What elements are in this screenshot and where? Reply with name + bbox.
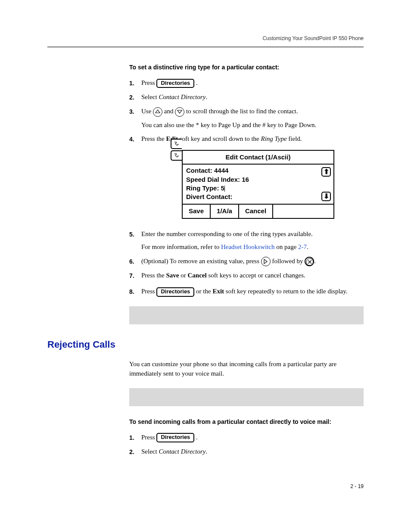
nav-right-icon [261,257,271,266]
step-text: Enter the number corresponding to one of… [141,230,313,237]
step-subtext: You can also use the * key to Page Up an… [141,120,364,130]
cancel-softkey-ref: Cancel [188,272,207,279]
step-text: Select [141,93,159,100]
lcd-line-tabs [171,139,182,162]
lcd-ring-type-line: Ring Type: 5 [186,184,319,193]
page-ref-link[interactable]: 2-7 [298,243,307,250]
step-number: 5. [129,229,141,239]
save-softkey-ref: Save [166,272,179,279]
lcd-divert-line: Divert Contact: [186,193,319,201]
step-number: 8. [129,286,141,296]
contact-directory-label: Contact Directory [159,93,206,100]
step-text: Select [141,448,159,455]
lcd-contact-line: Contact: 4444 [186,166,319,175]
step-text: . [196,434,198,441]
step-number: 1. [129,78,141,88]
step-text: and [164,108,175,115]
running-header: Customizing Your SoundPoint IP 550 Phone [47,34,364,47]
step-text: . [196,79,198,86]
section-intro-reject: To send incoming calls from a particular… [129,417,364,426]
step-8: 8. Press Directories or the Exit soft ke… [129,286,364,296]
steps-ring: 1. Press Directories . 2. Select Contact… [129,78,364,297]
nav-up-icon [153,107,162,117]
svg-marker-0 [156,110,160,113]
step-text: . [314,258,316,264]
step-r2: 2. Select Contact Directory. [129,447,364,457]
section-intro-ring: To set a distinctive ring type for a par… [129,63,364,72]
step-text: to scroll through the list to find the c… [186,108,298,115]
step-text: soft key repeatedly to return to the idl… [224,288,347,295]
step-text: field. [287,135,302,142]
lcd-softkeys: Save 1/A/a Cancel [183,205,333,218]
step-text: (Optional) To remove an existing value, … [141,258,261,264]
step-text: Press [141,79,156,86]
step-r1: 1. Press Directories . [129,432,364,442]
step-number: 4. [129,134,141,144]
page-number: 2 - 19 [47,482,364,490]
rejecting-calls-para: You can customize your phone so that inc… [129,359,364,379]
step-text: followed by [272,258,305,264]
step-text: on page [275,243,299,250]
running-title: Customizing Your SoundPoint IP 550 Phone [262,35,364,41]
step-4: 4. Press the Edit soft key and scroll do… [129,134,364,225]
step-number: 1. [129,432,141,442]
step-number: 7. [129,271,141,280]
step-3: 3. Use and to scroll through the list to… [129,106,364,130]
step-text: Use [141,108,153,115]
directories-key: Directories [156,433,194,442]
line-tab-icon [171,150,182,161]
directories-key: Directories [156,287,194,296]
note-placeholder-bar [129,388,364,406]
step-1: 1. Press Directories . [129,78,364,88]
exit-softkey-ref: Exit [212,288,224,295]
step-number: 3. [129,106,141,116]
contact-directory-label: Contact Directory [159,448,206,455]
step-number: 2. [129,447,141,457]
scroll-down-icon: ⬇ [321,192,331,201]
line-tab-icon [171,139,182,149]
step-text: Press [141,288,156,295]
step-6: 6. (Optional) To remove an existing valu… [129,256,364,267]
step-text: . [206,93,207,100]
directories-key: Directories [156,79,194,88]
rejecting-calls-heading: Rejecting Calls [47,337,364,352]
svg-marker-2 [264,259,267,264]
note-placeholder-bar [129,306,364,324]
step-text: soft key and scroll down to the [178,135,261,142]
lcd-softkey-mode: 1/A/a [211,205,239,218]
lcd-screenshot: Edit Contact (1/Ascii) ⬆ ⬇ Contact: 4444… [171,150,334,219]
lcd-softkey-save: Save [183,205,211,218]
step-text: . [206,448,207,455]
lcd-speed-dial-line: Speed Dial Index: 16 [186,175,319,184]
step-text: Press [141,434,156,441]
delete-key-icon [305,257,314,266]
step-7: 7. Press the Save or Cancel soft keys to… [129,271,364,280]
step-text: soft keys to accept or cancel changes. [207,272,305,279]
step-text: Press the [141,135,166,142]
step-text: or the [196,288,212,295]
step-text: Press the [141,272,166,279]
ring-type-ref: Ring Type [261,135,286,142]
lcd-softkey-cancel: Cancel [239,205,273,218]
step-text: . [307,243,308,250]
scroll-up-icon: ⬆ [321,167,331,177]
step-2: 2. Select Contact Directory. [129,92,364,102]
nav-down-icon [175,107,184,117]
steps-reject: 1. Press Directories . 2. Select Contact… [129,432,364,457]
step-5: 5. Enter the number corresponding to one… [129,229,364,252]
step-number: 2. [129,92,141,102]
headset-hookswitch-link[interactable]: Headset Hookswitch [221,243,275,250]
step-number: 6. [129,256,141,266]
svg-marker-1 [177,110,182,113]
lcd-title: Edit Contact (1/Ascii) [183,151,333,165]
step-text: or [179,272,188,279]
step-text: For more information, refer to [141,243,221,250]
